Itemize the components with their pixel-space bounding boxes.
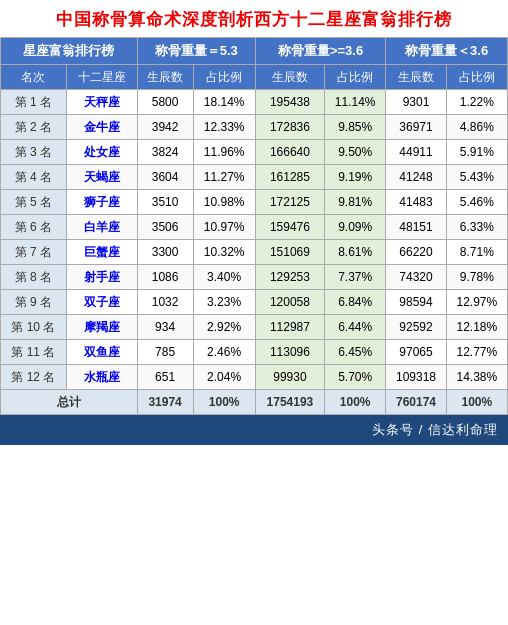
table-row: 第 10 名摩羯座9342.92%1129876.44%9259212.18% — [1, 314, 508, 339]
p1-cell: 10.98% — [193, 189, 255, 214]
p1-cell: 11.96% — [193, 139, 255, 164]
p3-cell: 1.22% — [446, 89, 507, 114]
sub-header-b2: 生辰数 — [255, 64, 324, 89]
table-row: 第 9 名双子座10323.23%1200586.84%9859412.97% — [1, 289, 508, 314]
table-row: 第 7 名巨蟹座330010.32%1510698.61%662208.71% — [1, 239, 508, 264]
zodiac-cell: 处女座 — [66, 139, 137, 164]
b2-cell: 195438 — [255, 89, 324, 114]
b1-cell: 5800 — [137, 89, 193, 114]
sub-header-p3: 占比例 — [446, 64, 507, 89]
b2-cell: 120058 — [255, 289, 324, 314]
total-b3: 760174 — [386, 389, 446, 414]
b3-cell: 41483 — [386, 189, 446, 214]
total-row: 总计 31974 100% 1754193 100% 760174 100% — [1, 389, 508, 414]
table-row: 第 8 名射手座10863.40%1292537.37%743209.78% — [1, 264, 508, 289]
p3-cell: 12.77% — [446, 339, 507, 364]
col-group-rank: 星座富翁排行榜 — [1, 38, 138, 65]
p2-cell: 6.45% — [325, 339, 386, 364]
sub-header-rank: 名次 — [1, 64, 67, 89]
b3-cell: 92592 — [386, 314, 446, 339]
p1-cell: 10.32% — [193, 239, 255, 264]
b1-cell: 785 — [137, 339, 193, 364]
b1-cell: 1086 — [137, 264, 193, 289]
header-row-2: 名次 十二星座 生辰数 占比例 生辰数 占比例 生辰数 占比例 — [1, 64, 508, 89]
b2-cell: 159476 — [255, 214, 324, 239]
b1-cell: 651 — [137, 364, 193, 389]
b3-cell: 44911 — [386, 139, 446, 164]
b3-cell: 109318 — [386, 364, 446, 389]
rank-cell: 第 3 名 — [1, 139, 67, 164]
b2-cell: 99930 — [255, 364, 324, 389]
rank-cell: 第 5 名 — [1, 189, 67, 214]
table-row: 第 4 名天蝎座360411.27%1612859.19%412485.43% — [1, 164, 508, 189]
table-row: 第 5 名狮子座351010.98%1721259.81%414835.46% — [1, 189, 508, 214]
zodiac-cell: 天蝎座 — [66, 164, 137, 189]
table-row: 第 3 名处女座382411.96%1666409.50%449115.91% — [1, 139, 508, 164]
p1-cell: 2.04% — [193, 364, 255, 389]
table-row: 第 12 名水瓶座6512.04%999305.70%10931814.38% — [1, 364, 508, 389]
p1-cell: 10.97% — [193, 214, 255, 239]
b3-cell: 41248 — [386, 164, 446, 189]
p3-cell: 5.91% — [446, 139, 507, 164]
b1-cell: 1032 — [137, 289, 193, 314]
sub-header-p2: 占比例 — [325, 64, 386, 89]
col-group-low: 称骨重量＜3.6 — [386, 38, 508, 65]
table-row: 第 1 名天秤座580018.14%19543811.14%93011.22% — [1, 89, 508, 114]
p2-cell: 9.50% — [325, 139, 386, 164]
b3-cell: 98594 — [386, 289, 446, 314]
p3-cell: 6.33% — [446, 214, 507, 239]
table-row: 第 2 名金牛座394212.33%1728369.85%369714.86% — [1, 114, 508, 139]
p3-cell: 5.46% — [446, 189, 507, 214]
b3-cell: 74320 — [386, 264, 446, 289]
p3-cell: 12.97% — [446, 289, 507, 314]
p3-cell: 8.71% — [446, 239, 507, 264]
b3-cell: 66220 — [386, 239, 446, 264]
footer: 头条号 / 信达利命理 — [0, 415, 508, 445]
rank-cell: 第 8 名 — [1, 264, 67, 289]
table-row: 第 11 名双鱼座7852.46%1130966.45%9706512.77% — [1, 339, 508, 364]
b2-cell: 172836 — [255, 114, 324, 139]
total-label: 总计 — [1, 389, 138, 414]
zodiac-cell: 白羊座 — [66, 214, 137, 239]
sub-header-b3: 生辰数 — [386, 64, 446, 89]
p1-cell: 2.46% — [193, 339, 255, 364]
b3-cell: 36971 — [386, 114, 446, 139]
rank-cell: 第 9 名 — [1, 289, 67, 314]
zodiac-cell: 摩羯座 — [66, 314, 137, 339]
p2-cell: 8.61% — [325, 239, 386, 264]
zodiac-cell: 水瓶座 — [66, 364, 137, 389]
page-title: 中国称骨算命术深度剖析西方十二星座富翁排行榜 — [0, 0, 508, 37]
p1-cell: 2.92% — [193, 314, 255, 339]
b1-cell: 3300 — [137, 239, 193, 264]
p2-cell: 6.44% — [325, 314, 386, 339]
p2-cell: 11.14% — [325, 89, 386, 114]
b1-cell: 3604 — [137, 164, 193, 189]
p2-cell: 9.19% — [325, 164, 386, 189]
rank-cell: 第 6 名 — [1, 214, 67, 239]
b2-cell: 166640 — [255, 139, 324, 164]
b3-cell: 48151 — [386, 214, 446, 239]
total-p1: 100% — [193, 389, 255, 414]
total-p2: 100% — [325, 389, 386, 414]
header-row-1: 星座富翁排行榜 称骨重量＝5.3 称骨重量>=3.6 称骨重量＜3.6 — [1, 38, 508, 65]
col-group-high: 称骨重量＝5.3 — [137, 38, 255, 65]
p1-cell: 12.33% — [193, 114, 255, 139]
p3-cell: 12.18% — [446, 314, 507, 339]
b2-cell: 151069 — [255, 239, 324, 264]
zodiac-cell: 金牛座 — [66, 114, 137, 139]
sub-header-p1: 占比例 — [193, 64, 255, 89]
p1-cell: 11.27% — [193, 164, 255, 189]
p3-cell: 4.86% — [446, 114, 507, 139]
zodiac-cell: 双鱼座 — [66, 339, 137, 364]
b2-cell: 129253 — [255, 264, 324, 289]
p2-cell: 7.37% — [325, 264, 386, 289]
b1-cell: 3506 — [137, 214, 193, 239]
rank-cell: 第 7 名 — [1, 239, 67, 264]
rank-cell: 第 10 名 — [1, 314, 67, 339]
b2-cell: 112987 — [255, 314, 324, 339]
zodiac-cell: 巨蟹座 — [66, 239, 137, 264]
col-group-mid: 称骨重量>=3.6 — [255, 38, 386, 65]
p1-cell: 3.40% — [193, 264, 255, 289]
zodiac-cell: 双子座 — [66, 289, 137, 314]
total-p3: 100% — [446, 389, 507, 414]
